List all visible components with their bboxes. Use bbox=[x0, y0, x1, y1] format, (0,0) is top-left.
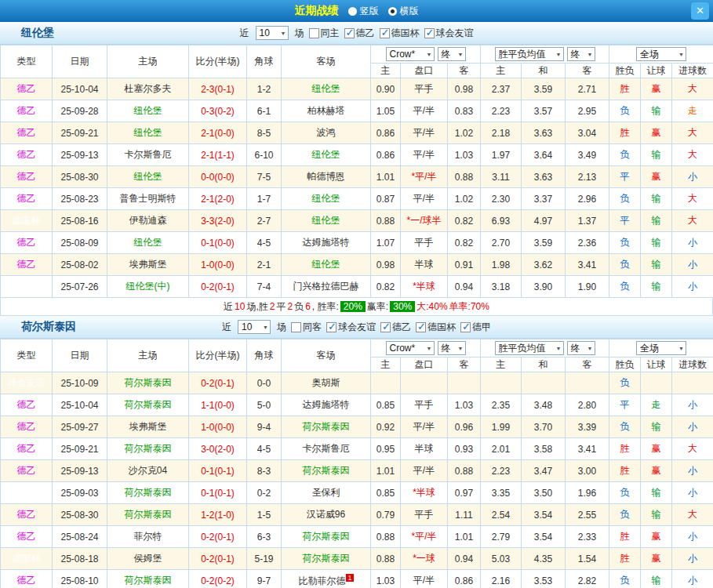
filter-checkbox-item[interactable]: 德国杯 bbox=[380, 27, 420, 40]
radio-icon[interactable] bbox=[348, 7, 357, 16]
score-cell[interactable]: 0-1(0-1) bbox=[189, 460, 247, 482]
away-team-cell[interactable]: 荷尔斯泰因 bbox=[282, 416, 371, 438]
summary-part: 单率:70% bbox=[449, 300, 489, 314]
match-scope-select[interactable]: 全场▼ bbox=[636, 341, 686, 355]
score-cell[interactable]: 2-1(2-0) bbox=[189, 188, 247, 210]
away-team-cell[interactable]: 纽伦堡 bbox=[282, 188, 371, 210]
score-cell[interactable]: 0-2(0-1) bbox=[189, 372, 247, 394]
score-cell[interactable]: 2-1(1-1) bbox=[189, 144, 247, 166]
score-cell[interactable]: 2-3(0-1) bbox=[189, 78, 247, 100]
score-cell[interactable]: 0-2(0-1) bbox=[189, 276, 247, 298]
avg-odds-select[interactable]: 胜平负均值▼ bbox=[495, 47, 564, 61]
home-team-cell[interactable]: 纽伦堡 bbox=[107, 166, 189, 188]
filter-checkbox-item[interactable]: 德乙 bbox=[380, 321, 411, 334]
away-team-cell[interactable]: 比勒菲尔德1 bbox=[282, 570, 371, 588]
score-cell[interactable]: 0-3(0-2) bbox=[189, 100, 247, 122]
home-team-cell[interactable]: 纽伦堡 bbox=[107, 100, 189, 122]
score-cell[interactable]: 0-1(0-0) bbox=[189, 232, 247, 254]
score-cell[interactable]: 3-3(2-0) bbox=[189, 210, 247, 232]
home-team-cell[interactable]: 荷尔斯泰因 bbox=[107, 570, 189, 588]
away-team-cell[interactable]: 荷尔斯泰因 bbox=[282, 526, 371, 548]
odds-cell: 1.96 bbox=[566, 482, 609, 504]
bookmaker-select[interactable]: Crow*▼ bbox=[386, 341, 435, 355]
home-team-cell[interactable]: 纽伦堡 bbox=[107, 232, 189, 254]
final-odds-select[interactable]: 终▼ bbox=[438, 47, 466, 61]
match-scope-select[interactable]: 全场▼ bbox=[636, 47, 686, 61]
away-team-cell[interactable]: 奥胡斯 bbox=[282, 372, 371, 394]
final-odds-select[interactable]: 终▼ bbox=[567, 47, 595, 61]
radio-icon[interactable] bbox=[388, 7, 397, 16]
home-team-cell[interactable]: 埃弗斯堡 bbox=[107, 254, 189, 276]
score-cell[interactable]: 0-2(0-1) bbox=[189, 548, 247, 570]
checkbox-icon[interactable] bbox=[380, 28, 390, 38]
away-team-cell[interactable]: 纽伦堡 bbox=[282, 144, 371, 166]
home-team-cell[interactable]: 荷尔斯泰因 bbox=[107, 372, 189, 394]
away-team-cell[interactable]: 波鸿 bbox=[282, 122, 371, 144]
away-team-cell[interactable]: 汉诺威96 bbox=[282, 504, 371, 526]
away-team-cell[interactable]: 柏林赫塔 bbox=[282, 100, 371, 122]
home-team-cell[interactable]: 纽伦堡(中) bbox=[107, 276, 189, 298]
score-cell[interactable]: 1-0(0-0) bbox=[189, 416, 247, 438]
away-team-cell[interactable]: 卡尔斯鲁厄 bbox=[282, 438, 371, 460]
score-cell[interactable]: 0-0(0-0) bbox=[189, 166, 247, 188]
home-team-cell[interactable]: 荷尔斯泰因 bbox=[107, 438, 189, 460]
home-team-cell[interactable]: 纽伦堡 bbox=[107, 122, 189, 144]
odds-cell: 3.63 bbox=[522, 122, 566, 144]
home-team-cell[interactable]: 沙尔克04 bbox=[107, 460, 189, 482]
bookmaker-select[interactable]: Crow*▼ bbox=[386, 47, 435, 61]
away-team-cell[interactable]: 纽伦堡 bbox=[282, 254, 371, 276]
checkbox-icon[interactable] bbox=[309, 28, 319, 38]
away-team-cell[interactable]: 帕德博恩 bbox=[282, 166, 371, 188]
away-team-cell[interactable]: 荷尔斯泰因 bbox=[282, 548, 371, 570]
close-button[interactable]: ✕ bbox=[691, 2, 709, 20]
filter-checkbox-item[interactable]: 球会友谊 bbox=[326, 321, 376, 334]
filter-checkbox-item[interactable]: 同主 bbox=[309, 27, 340, 40]
score-cell[interactable]: 1-2(1-0) bbox=[189, 504, 247, 526]
home-team-cell[interactable]: 普鲁士明斯特 bbox=[107, 188, 189, 210]
checkbox-icon[interactable] bbox=[326, 322, 336, 332]
score-cell[interactable]: 2-1(0-0) bbox=[189, 122, 247, 144]
away-team-cell[interactable]: 门兴格拉德巴赫 bbox=[282, 276, 371, 298]
final-odds-select[interactable]: 终▼ bbox=[438, 341, 466, 355]
match-count-select[interactable]: 10▼ bbox=[238, 320, 271, 334]
score-cell[interactable]: 1-1(0-0) bbox=[189, 394, 247, 416]
home-team-cell[interactable]: 菲尔特 bbox=[107, 526, 189, 548]
checkbox-icon[interactable] bbox=[291, 322, 301, 332]
away-team-cell[interactable]: 荷尔斯泰因 bbox=[282, 460, 371, 482]
home-team-cell[interactable]: 埃弗斯堡 bbox=[107, 416, 189, 438]
home-team-cell[interactable]: 荷尔斯泰因 bbox=[107, 504, 189, 526]
filter-checkbox-item[interactable]: 德甲 bbox=[460, 321, 491, 334]
final-odds-select[interactable]: 终▼ bbox=[567, 341, 595, 355]
home-team-cell[interactable]: 侯姆堡 bbox=[107, 548, 189, 570]
goals-result-cell: 小 bbox=[672, 232, 713, 254]
score-cell[interactable]: 3-0(2-0) bbox=[189, 438, 247, 460]
away-team-cell[interactable]: 达姆施塔特 bbox=[282, 394, 371, 416]
column-subheader: 主 bbox=[481, 64, 522, 78]
checkbox-icon[interactable] bbox=[344, 28, 355, 38]
filter-checkbox-item[interactable]: 球会友谊 bbox=[424, 27, 474, 40]
home-team-cell[interactable]: 卡尔斯鲁厄 bbox=[107, 144, 189, 166]
filter-checkbox-item[interactable]: 同客 bbox=[291, 321, 322, 334]
checkbox-icon[interactable] bbox=[424, 28, 435, 38]
score-cell[interactable]: 0-1(0-1) bbox=[189, 482, 247, 504]
checkbox-icon[interactable] bbox=[380, 322, 391, 332]
horizontal-layout-radio[interactable]: 横版 bbox=[388, 5, 419, 18]
away-team-cell[interactable]: 达姆施塔特 bbox=[282, 232, 371, 254]
away-team-cell[interactable]: 圣保利 bbox=[282, 482, 371, 504]
vertical-layout-radio[interactable]: 竖版 bbox=[348, 5, 379, 18]
away-team-cell[interactable]: 纽伦堡 bbox=[282, 210, 371, 232]
home-team-cell[interactable]: 荷尔斯泰因 bbox=[107, 394, 189, 416]
score-cell[interactable]: 1-0(0-0) bbox=[189, 254, 247, 276]
score-cell[interactable]: 0-2(0-1) bbox=[189, 526, 247, 548]
match-count-select[interactable]: 10▼ bbox=[256, 26, 289, 40]
home-team-cell[interactable]: 杜塞尔多夫 bbox=[107, 78, 189, 100]
checkbox-icon[interactable] bbox=[416, 322, 426, 332]
filter-checkbox-item[interactable]: 德国杯 bbox=[416, 321, 456, 334]
score-cell[interactable]: 0-2(0-2) bbox=[189, 570, 247, 588]
filter-checkbox-item[interactable]: 德乙 bbox=[344, 27, 375, 40]
avg-odds-select[interactable]: 胜平负均值▼ bbox=[495, 341, 564, 355]
home-team-cell[interactable]: 荷尔斯泰因 bbox=[107, 482, 189, 504]
checkbox-icon[interactable] bbox=[460, 322, 471, 332]
home-team-cell[interactable]: 伊勒迪森 bbox=[107, 210, 189, 232]
away-team-cell[interactable]: 纽伦堡 bbox=[282, 78, 371, 100]
